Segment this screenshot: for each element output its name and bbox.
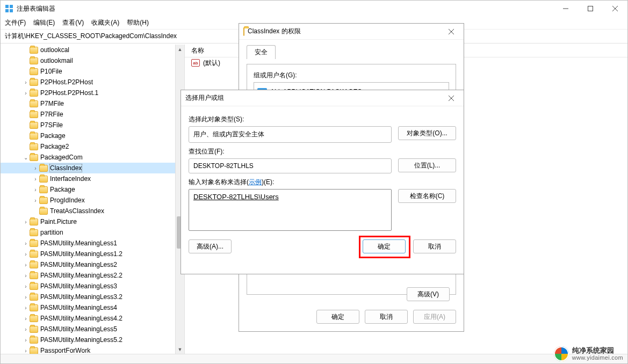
tree-item-label: P2PHost.P2PHost.1 (40, 89, 98, 97)
tree-item[interactable]: P7MFile (1, 98, 184, 109)
watermark-logo-icon (554, 346, 569, 361)
chevron-icon[interactable]: › (22, 337, 30, 343)
menu-help[interactable]: 帮助(H) (127, 18, 149, 27)
tree-item[interactable]: TreatAsClassIndex (1, 206, 184, 216)
tree-item[interactable]: ⌄PackagedCom (1, 152, 184, 163)
object-type-label: 选择此对象类型(S): (189, 115, 456, 124)
menu-view[interactable]: 查看(V) (62, 18, 84, 27)
chevron-icon[interactable]: › (22, 273, 30, 279)
tree-item[interactable]: ›PASMUtility.MeaningLess3.2 (1, 292, 184, 302)
names-label-pre: 输入对象名称来选择( (189, 178, 249, 186)
tree-item[interactable]: P7SFile (1, 120, 184, 130)
tree-item[interactable]: ›Package (1, 184, 184, 195)
tree-item[interactable]: ›PASMUtility.MeaningLess2.2 (1, 270, 184, 281)
tree-item[interactable]: ›PASMUtility.MeaningLess5.2 (1, 334, 184, 345)
folder-icon (30, 261, 38, 268)
select-cancel-button[interactable]: 取消 (413, 239, 456, 253)
tab-strip: 安全 (247, 45, 456, 59)
menu-edit[interactable]: 编辑(E) (33, 18, 55, 27)
select-advanced-button[interactable]: 高级(A)... (189, 239, 232, 253)
tree-item[interactable]: ›PassportForWork (1, 345, 184, 354)
tree-item[interactable]: ›PASMUtility.MeaningLess4.2 (1, 313, 184, 324)
address-text: 计算机\HKEY_CLASSES_ROOT\PackagedCom\ClassI… (5, 32, 177, 41)
chevron-icon[interactable]: › (22, 219, 30, 225)
registry-tree[interactable]: outlookcaloutlookmailP10File›P2PHost.P2P… (1, 45, 184, 354)
minimize-button[interactable] (553, 1, 578, 17)
chevron-icon[interactable]: › (22, 294, 30, 300)
tab-security[interactable]: 安全 (247, 45, 276, 59)
tree-item[interactable]: partition (1, 227, 184, 238)
tree-item-label: outlookcal (40, 46, 69, 54)
select-users-close-button[interactable] (443, 91, 459, 106)
chevron-icon[interactable]: › (22, 348, 30, 354)
tree-item[interactable]: ›InterfaceIndex (1, 173, 184, 184)
chevron-icon[interactable]: › (22, 262, 30, 268)
chevron-icon[interactable]: › (32, 165, 39, 171)
close-button[interactable] (603, 1, 627, 17)
object-types-button[interactable]: 对象类型(O)... (398, 126, 456, 140)
folder-icon (30, 315, 38, 322)
tree-item[interactable]: ›PASMUtility.MeaningLess2 (1, 259, 184, 270)
chevron-icon[interactable]: › (22, 79, 30, 85)
folder-icon (30, 57, 38, 64)
tree-item[interactable]: ›PASMUtility.MeaningLess1.2 (1, 249, 184, 259)
maximize-button[interactable] (578, 1, 603, 17)
tree-item-label: Paint.Picture (40, 218, 77, 225)
chevron-icon[interactable]: › (22, 90, 30, 96)
permissions-titlebar[interactable]: ClassIndex 的权限 (239, 24, 464, 40)
folder-icon (30, 229, 38, 236)
folder-icon (39, 208, 48, 215)
tree-item[interactable]: Package2 (1, 141, 184, 152)
chevron-icon[interactable]: › (22, 316, 30, 322)
tree-item[interactable]: Package (1, 130, 184, 141)
permissions-apply-button[interactable]: 应用(A) (413, 310, 456, 324)
permissions-cancel-button[interactable]: 取消 (365, 310, 408, 324)
chevron-icon[interactable]: › (32, 198, 39, 203)
tree-item[interactable]: ›PASMUtility.MeaningLess5 (1, 324, 184, 334)
select-users-titlebar[interactable]: 选择用户或组 (181, 90, 464, 106)
tree-item[interactable]: outlookmail (1, 55, 184, 66)
permissions-ok-button[interactable]: 确定 (316, 310, 359, 324)
tree-item[interactable]: ›ProgIdIndex (1, 195, 184, 206)
app-icon (5, 4, 13, 13)
tree-item[interactable]: ›P2PHost.P2PHost.1 (1, 88, 184, 98)
permissions-close-button[interactable] (443, 24, 459, 39)
chevron-icon[interactable]: › (22, 305, 30, 311)
chevron-icon[interactable]: › (22, 241, 30, 246)
tree-item[interactable]: P10File (1, 66, 184, 77)
tree-item[interactable]: ›PASMUtility.MeaningLess1 (1, 238, 184, 249)
chevron-icon[interactable]: › (22, 251, 30, 257)
chevron-icon[interactable]: ⌄ (22, 155, 30, 161)
chevron-icon[interactable]: › (32, 176, 39, 182)
tree-item[interactable]: ›PASMUtility.MeaningLess3 (1, 281, 184, 292)
folder-icon (30, 337, 38, 344)
select-ok-button[interactable]: 确定 (363, 239, 406, 253)
menu-file[interactable]: 文件(F) (5, 18, 26, 27)
tree-item-label: PASMUtility.MeaningLess2 (40, 261, 117, 268)
tree-item-label: PASMUtility.MeaningLess4 (40, 304, 117, 311)
folder-icon (39, 197, 48, 204)
locations-button[interactable]: 位置(L)... (398, 158, 456, 172)
svg-rect-2 (5, 9, 9, 12)
menu-favorites[interactable]: 收藏夹(A) (91, 18, 119, 27)
scroll-down-arrow-icon[interactable]: ▼ (176, 345, 184, 354)
tree-item[interactable]: ›ClassIndex (1, 163, 184, 173)
tree-item[interactable]: ›P2PHost.P2PHost (1, 77, 184, 88)
select-users-title: 选择用户或组 (185, 93, 224, 103)
folder-icon (30, 240, 38, 247)
folder-icon (39, 176, 48, 183)
permissions-advanced-button[interactable]: 高级(V) (407, 287, 450, 301)
tree-item[interactable]: outlookcal (1, 45, 184, 55)
tree-item-label: ProgIdIndex (50, 196, 85, 204)
chevron-icon[interactable]: › (22, 283, 30, 289)
tree-item[interactable]: ›PASMUtility.MeaningLess4 (1, 302, 184, 313)
check-names-button[interactable]: 检查名称(C) (398, 189, 456, 203)
scroll-up-arrow-icon[interactable]: ▲ (176, 45, 184, 54)
folder-icon (30, 111, 38, 118)
examples-link[interactable]: 示例 (249, 178, 262, 186)
object-names-input[interactable] (189, 189, 392, 231)
tree-item[interactable]: ›Paint.Picture (1, 216, 184, 227)
tree-item[interactable]: P7RFile (1, 109, 184, 120)
chevron-icon[interactable]: › (22, 326, 30, 332)
chevron-icon[interactable]: › (32, 187, 39, 193)
